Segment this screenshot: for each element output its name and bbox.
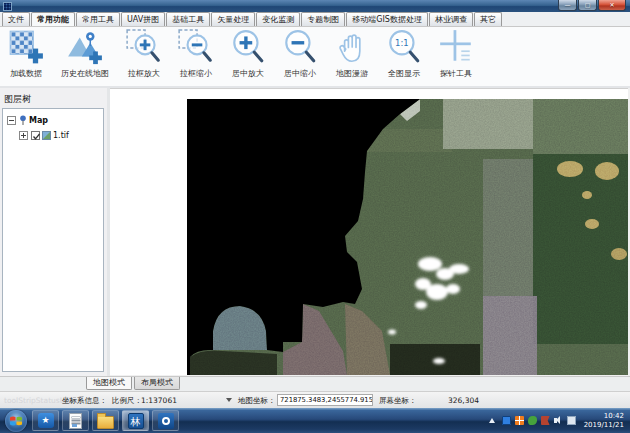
tab-thematic-mapping[interactable]: 专题制图 [301, 12, 345, 26]
status-bar: toolStripStatusLabel1 坐标系信息 : 比例尺 : 1:13… [0, 391, 630, 408]
center-zoom-in-button[interactable]: 居中放大 [224, 28, 272, 85]
start-button[interactable] [5, 410, 27, 432]
tab-common-tools[interactable]: 常用工具 [76, 12, 120, 26]
box-zoom-out-label: 拉框缩小 [180, 68, 212, 79]
box-zoom-in-label: 拉框放大 [128, 68, 160, 79]
center-zoom-out-icon [281, 28, 319, 66]
tray-green-icon[interactable] [528, 416, 537, 425]
tab-mobile-gis-data[interactable]: 移动端GIS数据处理 [346, 12, 428, 26]
map-coord-box: 721875.3483,2455774.9159 [277, 394, 373, 406]
tab-file[interactable]: 文件 [2, 12, 30, 26]
tab-vector-processing[interactable]: 矢量处理 [211, 12, 255, 26]
star-app-icon: ★ [38, 413, 54, 428]
map-canvas[interactable] [110, 88, 628, 375]
o-app-icon [158, 413, 174, 429]
taskbar-app-explorer[interactable] [92, 410, 119, 431]
tab-other[interactable]: 其它 [474, 12, 502, 26]
crs-info-label: 坐标系信息 : [62, 396, 104, 406]
box-zoom-in-button[interactable]: 拉框放大 [120, 28, 168, 85]
tray-flag-icon[interactable] [541, 416, 550, 425]
ribbon-tab-bar: 文件 常用功能 常用工具 UAV拼图 基础工具 矢量处理 变化监测 专题制图 移… [0, 12, 630, 27]
map-pan-button[interactable]: 地图漫游 [328, 28, 376, 85]
full-extent-label: 全图显示 [388, 68, 420, 79]
tab-change-detection[interactable]: 变化监测 [256, 12, 300, 26]
tab-map-mode[interactable]: 地图模式 [86, 377, 132, 390]
expand-icon[interactable] [19, 131, 28, 140]
windows-logo-icon [9, 414, 23, 428]
scale-combobox[interactable]: 1:137061 [141, 396, 177, 405]
probe-tool-button[interactable]: 探针工具 [432, 28, 480, 85]
scale-label: 比例尺 : [112, 396, 139, 406]
main-area: 图层树 Map [0, 88, 630, 376]
tab-uav-mosaic[interactable]: UAV拼图 [121, 12, 165, 26]
app-icon [3, 2, 12, 11]
taskbar-app-forestry-gis[interactable]: 林 [122, 410, 149, 431]
tray-security-icon[interactable] [502, 416, 511, 425]
box-zoom-out-icon [177, 28, 215, 66]
forestry-app-icon: 林 [128, 413, 144, 429]
history-online-map-label: 历史在线地图 [61, 68, 109, 79]
map-imagery [187, 99, 628, 375]
application-window: — ▢ ✕ 文件 常用功能 常用工具 UAV拼图 基础工具 矢量处理 变化监测 … [0, 0, 630, 433]
full-extent-icon: 1:1 [385, 28, 423, 66]
history-online-map-icon [66, 28, 104, 66]
close-button[interactable]: ✕ [598, 0, 626, 11]
collapse-icon[interactable] [7, 116, 16, 125]
center-zoom-out-button[interactable]: 居中缩小 [276, 28, 324, 85]
tree-item-tif[interactable]: 1.tif [19, 128, 103, 142]
pan-hand-icon [333, 28, 371, 66]
clock-time: 10:42 [584, 412, 624, 421]
tab-layout-mode[interactable]: 布局模式 [134, 377, 180, 390]
raster-layer-icon [42, 131, 51, 140]
clock-date: 2019/11/21 [584, 421, 624, 430]
screen-coord-value: 326,304 [448, 396, 479, 405]
taskbar-app-o[interactable] [152, 410, 179, 431]
screen-coord-label: 屏幕坐标 : [379, 396, 414, 406]
load-data-button[interactable]: 加载数据 [2, 28, 50, 85]
tree-item-tif-label: 1.tif [53, 131, 69, 140]
volume-icon[interactable] [554, 416, 563, 425]
mode-tab-bar: 地图模式 布局模式 [0, 376, 630, 391]
load-data-icon [7, 28, 45, 66]
map-coord-label: 地图坐标 : [238, 396, 273, 406]
check-icon [32, 132, 41, 141]
layer-tree-title: 图层树 [4, 93, 31, 106]
tree-item-map[interactable]: Map [7, 113, 103, 127]
center-zoom-out-label: 居中缩小 [284, 68, 316, 79]
tray-grid-icon[interactable] [515, 416, 524, 425]
probe-tool-label: 探针工具 [440, 68, 472, 79]
tab-forestry-survey[interactable]: 林业调查 [429, 12, 473, 26]
map-pan-label: 地图漫游 [336, 68, 368, 79]
history-online-map-button[interactable]: 历史在线地图 [54, 28, 116, 85]
layer-tree[interactable]: Map 1.tif [2, 108, 104, 372]
scale-dropdown-icon[interactable] [226, 398, 232, 402]
main-toolbar: 加载数据 历史在线地图 拉框放大 [0, 27, 630, 88]
full-extent-button[interactable]: 1:1 全图显示 [380, 28, 428, 85]
network-icon[interactable] [567, 416, 576, 425]
taskbar-app-star[interactable]: ★ [32, 410, 59, 431]
tab-basic-tools[interactable]: 基础工具 [166, 12, 210, 26]
window-titlebar[interactable]: — ▢ ✕ [0, 0, 630, 12]
folder-icon [97, 416, 114, 429]
probe-tool-icon [437, 28, 475, 66]
system-tray: 10:42 2019/11/21 [489, 408, 630, 433]
hidden-icons-arrow[interactable] [489, 418, 495, 423]
svg-text:1:1: 1:1 [395, 38, 409, 48]
center-zoom-in-icon [229, 28, 267, 66]
taskbar-clock[interactable]: 10:42 2019/11/21 [584, 412, 624, 430]
layer-checkbox[interactable] [31, 131, 40, 140]
tree-item-map-label: Map [29, 116, 48, 125]
center-zoom-in-label: 居中放大 [232, 68, 264, 79]
tab-common-functions[interactable]: 常用功能 [31, 12, 75, 26]
load-data-label: 加载数据 [10, 68, 42, 79]
taskbar: ★ 林 10:42 2019/11/21 [0, 408, 630, 433]
document-icon [69, 413, 82, 429]
box-zoom-out-button[interactable]: 拉框缩小 [172, 28, 220, 85]
box-zoom-in-icon [125, 28, 163, 66]
map-pin-icon [19, 115, 27, 126]
minimize-button[interactable]: — [558, 0, 577, 11]
maximize-button[interactable]: ▢ [578, 0, 597, 11]
taskbar-app-notepad[interactable] [62, 410, 89, 431]
layer-panel: 图层树 Map [0, 88, 107, 376]
